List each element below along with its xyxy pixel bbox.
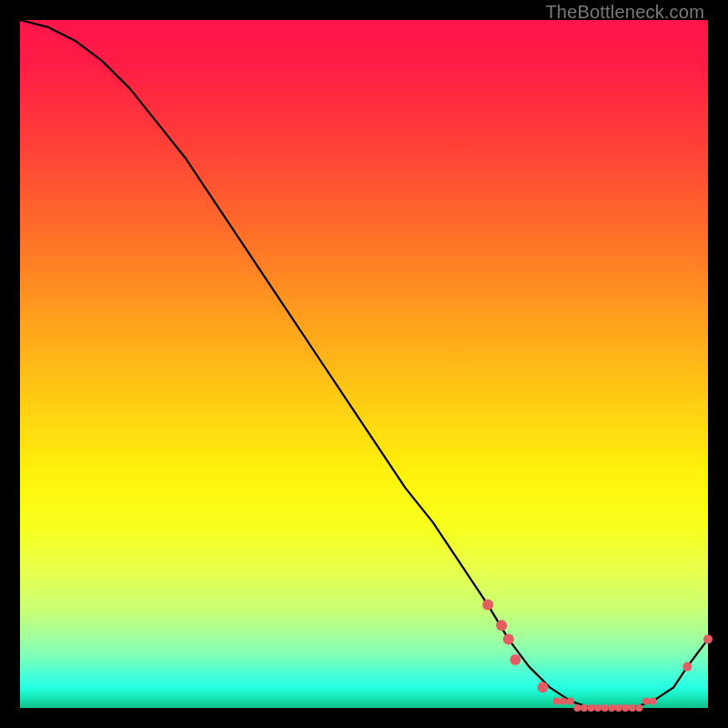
marker-point	[602, 704, 609, 712]
marker-point	[553, 697, 561, 704]
chart-overlay	[20, 20, 708, 708]
marker-point	[496, 620, 507, 631]
marker-point	[650, 697, 657, 704]
marker-point	[482, 600, 493, 611]
marker-point	[629, 704, 636, 712]
marker-point	[510, 654, 521, 665]
marker-point	[538, 682, 549, 693]
marker-point	[608, 704, 615, 712]
marker-point	[581, 704, 588, 712]
marker-point	[560, 697, 567, 704]
marker-point	[588, 704, 595, 712]
marker-point	[703, 634, 713, 643]
marker-point	[567, 697, 574, 704]
marker-point	[594, 704, 602, 712]
marker-point	[622, 704, 629, 712]
marker-group	[482, 600, 713, 712]
chart-frame: TheBottleneck.com	[0, 0, 728, 728]
marker-point	[642, 697, 650, 704]
marker-point	[503, 633, 514, 644]
bottleneck-curve	[20, 20, 708, 708]
marker-point	[573, 704, 581, 712]
marker-point	[615, 704, 622, 712]
marker-point	[682, 662, 692, 672]
marker-point	[635, 704, 642, 712]
